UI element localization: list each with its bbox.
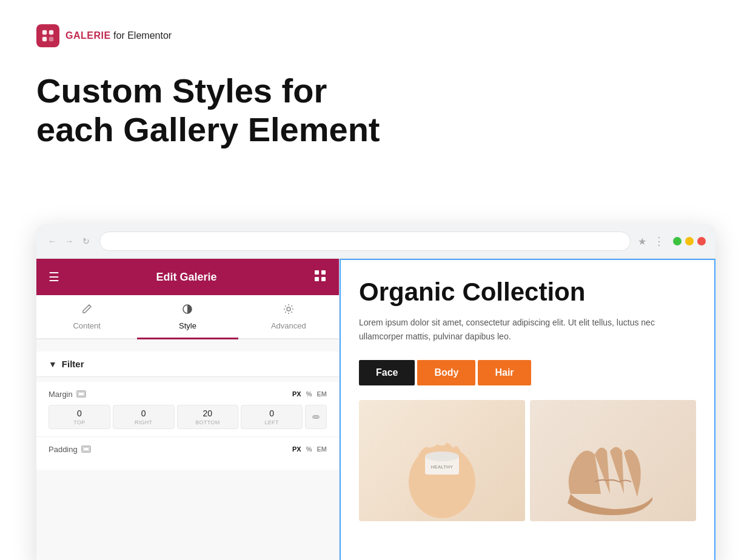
svg-rect-6 bbox=[315, 277, 319, 281]
traffic-lights bbox=[673, 237, 706, 245]
margin-top-label: TOP bbox=[73, 419, 85, 425]
svg-rect-3 bbox=[49, 37, 53, 41]
margin-bottom-value: 20 bbox=[203, 408, 213, 418]
margin-left-input[interactable]: 0 LEFT bbox=[241, 405, 303, 429]
svg-text:HEALTHY: HEALTHY bbox=[431, 464, 454, 470]
margin-label-text: Margin bbox=[49, 390, 73, 399]
svg-rect-4 bbox=[315, 270, 319, 275]
margin-unit-px[interactable]: PX bbox=[292, 390, 301, 398]
svg-point-18 bbox=[425, 452, 459, 461]
green-light[interactable] bbox=[673, 237, 682, 245]
padding-label: Padding bbox=[49, 444, 91, 454]
padding-unit-percent[interactable]: % bbox=[306, 445, 312, 453]
margin-bottom-label: BOTTOM bbox=[195, 419, 219, 425]
svg-rect-11 bbox=[78, 392, 84, 396]
margin-unit-percent[interactable]: % bbox=[306, 390, 312, 398]
margin-inputs: 0 TOP 0 RIGHT 20 BOTTOM bbox=[49, 405, 327, 429]
headline-line1: Custom Styles for bbox=[36, 72, 327, 110]
margin-unit-em[interactable]: EM bbox=[317, 390, 327, 398]
margin-link-button[interactable] bbox=[305, 405, 327, 429]
preview-description: Lorem ipsum dolor sit amet, consectetur … bbox=[359, 316, 662, 343]
filter-body-button[interactable]: Body bbox=[417, 360, 475, 385]
browser-mockup: ← → ↻ ★ ⋮ ☰ Edit Galerie bbox=[36, 224, 715, 560]
yellow-light[interactable] bbox=[685, 237, 694, 245]
section-title: Filter bbox=[62, 359, 84, 369]
section-collapse-arrow: ▼ bbox=[49, 359, 57, 369]
panel-title: Edit Galerie bbox=[156, 271, 216, 284]
browser-nav-buttons: ← → ↻ bbox=[46, 235, 92, 247]
margin-label-row: Margin PX % EM bbox=[49, 389, 327, 399]
margin-right-label: RIGHT bbox=[135, 419, 153, 425]
margin-control: Margin PX % EM bbox=[36, 382, 339, 436]
margin-right-value: 0 bbox=[141, 408, 146, 418]
padding-label-row: Padding PX % EM bbox=[49, 444, 327, 454]
filter-buttons: Face Body Hair bbox=[359, 360, 696, 385]
tab-content-label: Content bbox=[73, 321, 101, 330]
svg-rect-1 bbox=[49, 30, 53, 35]
refresh-button[interactable]: ↻ bbox=[80, 235, 92, 247]
tab-style[interactable]: Style bbox=[137, 295, 238, 339]
padding-unit-px[interactable]: PX bbox=[292, 445, 301, 453]
grid-icon[interactable] bbox=[313, 269, 327, 285]
halfcircle-icon bbox=[182, 304, 193, 318]
pencil-icon bbox=[81, 304, 92, 318]
logo-icon bbox=[36, 24, 59, 47]
panel-tabs: Content Style bbox=[36, 295, 339, 339]
logo-brand: GALERIE bbox=[65, 30, 111, 41]
margin-label: Margin bbox=[49, 389, 86, 399]
svg-rect-0 bbox=[42, 30, 47, 35]
margin-top-input[interactable]: 0 TOP bbox=[49, 405, 110, 429]
logo-area: GALERIE for Elementor bbox=[36, 24, 711, 47]
margin-unit-switcher: PX % EM bbox=[292, 390, 327, 398]
tab-advanced-label: Advanced bbox=[271, 321, 306, 330]
margin-top-value: 0 bbox=[77, 408, 82, 418]
svg-rect-2 bbox=[42, 37, 47, 41]
browser-chrome: ← → ↻ ★ ⋮ bbox=[36, 224, 715, 259]
gallery-image-2 bbox=[530, 400, 696, 521]
page-wrapper: GALERIE for Elementor Custom Styles for … bbox=[0, 0, 747, 560]
padding-control: Padding PX % EM bbox=[36, 436, 339, 470]
tab-advanced[interactable]: Advanced bbox=[238, 295, 339, 339]
filter-section-header[interactable]: ▼ Filter bbox=[36, 352, 339, 377]
padding-unit-em[interactable]: EM bbox=[317, 445, 327, 453]
red-light[interactable] bbox=[697, 237, 706, 245]
star-icon[interactable]: ★ bbox=[638, 236, 646, 247]
headline-line2: each Gallery Element bbox=[36, 110, 380, 148]
svg-point-9 bbox=[287, 307, 290, 311]
browser-content: ☰ Edit Galerie bbox=[36, 259, 715, 560]
margin-left-label: LEFT bbox=[265, 419, 279, 425]
filter-hair-button[interactable]: Hair bbox=[478, 360, 531, 385]
gallery-preview: HEALTHY bbox=[359, 400, 696, 521]
padding-unit-switcher: PX % EM bbox=[292, 445, 327, 453]
gallery-image-1: HEALTHY bbox=[359, 400, 525, 521]
filter-face-button[interactable]: Face bbox=[359, 360, 415, 385]
margin-bottom-input[interactable]: 20 BOTTOM bbox=[177, 405, 239, 429]
svg-rect-5 bbox=[321, 270, 326, 275]
svg-rect-13 bbox=[83, 447, 89, 451]
margin-right-input[interactable]: 0 RIGHT bbox=[113, 405, 175, 429]
hamburger-icon[interactable]: ☰ bbox=[49, 270, 59, 284]
forward-button[interactable]: → bbox=[63, 235, 75, 247]
tab-style-label: Style bbox=[179, 321, 196, 330]
gear-icon bbox=[283, 304, 294, 318]
svg-rect-7 bbox=[321, 277, 326, 281]
logo-text: GALERIE for Elementor bbox=[65, 30, 172, 41]
panel-header: ☰ Edit Galerie bbox=[36, 259, 339, 295]
margin-left-value: 0 bbox=[269, 408, 274, 418]
tab-content[interactable]: Content bbox=[36, 295, 137, 339]
back-button[interactable]: ← bbox=[46, 235, 58, 247]
preview-panel: Organic Collection Lorem ipsum dolor sit… bbox=[340, 259, 715, 560]
panel-body: ▼ Filter Margin bbox=[36, 339, 339, 560]
more-options-icon[interactable]: ⋮ bbox=[654, 235, 666, 248]
padding-label-text: Padding bbox=[49, 445, 78, 454]
logo-suffix: for Elementor bbox=[111, 30, 172, 41]
address-bar[interactable] bbox=[99, 232, 631, 251]
page-headline: Custom Styles for each Gallery Element bbox=[36, 72, 412, 150]
elementor-panel: ☰ Edit Galerie bbox=[36, 259, 340, 560]
preview-title: Organic Collection bbox=[359, 278, 696, 306]
